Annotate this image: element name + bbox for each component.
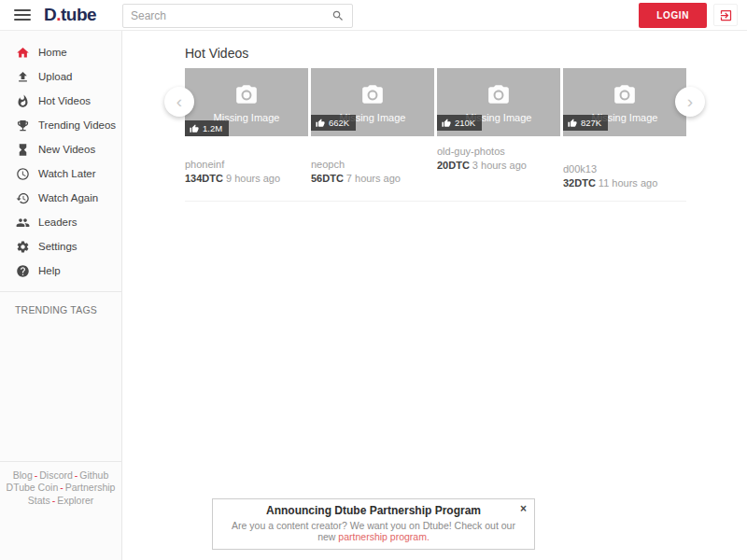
sidebar-item-label: Trending Videos: [38, 119, 116, 131]
clock-icon: [15, 166, 30, 181]
video-meta: d00k13 32DTC11 hours ago: [563, 163, 686, 189]
sidebar-item-label: Hot Videos: [38, 95, 91, 106]
likes-badge: 1.2M: [185, 120, 229, 136]
video-author[interactable]: neopch: [311, 159, 429, 170]
hourglass-icon: [15, 142, 30, 157]
video-thumbnail[interactable]: Missing Image 1.2M: [185, 68, 308, 136]
hamburger-menu-icon[interactable]: [14, 9, 31, 21]
video-card[interactable]: Missing Image 210K old-guy-photos 20DTC3…: [437, 68, 560, 189]
search-icon[interactable]: [331, 9, 345, 22]
footer-link-github[interactable]: Github: [79, 469, 108, 481]
sidebar-item-watch-again[interactable]: Watch Again: [0, 186, 121, 210]
video-card[interactable]: Missing Image 662K neopch 56DTC7 hours a…: [311, 68, 434, 189]
video-age: 11 hours ago: [599, 177, 657, 189]
signin-button[interactable]: [713, 4, 738, 26]
footer-link-partnership[interactable]: Partnership: [65, 482, 116, 493]
section-divider: [185, 201, 686, 202]
people-icon: [15, 215, 30, 230]
likes-count: 210K: [455, 118, 475, 128]
video-author[interactable]: phoneinf: [185, 159, 303, 170]
video-age: 9 hours ago: [226, 173, 280, 184]
trending-tags-heading: TRENDING TAGS: [0, 292, 121, 315]
banner-body: Are you a content creator? We want you o…: [232, 520, 515, 542]
sidebar-item-upload[interactable]: Upload: [0, 64, 121, 89]
camera-icon: [486, 83, 511, 107]
trophy-icon: [15, 118, 30, 133]
footer-separator: -: [52, 495, 56, 506]
fire-icon: [15, 93, 30, 108]
video-thumbnail[interactable]: Missing Image 827K: [563, 68, 686, 136]
footer-link-stats[interactable]: Stats: [28, 495, 50, 506]
search-input[interactable]: [131, 9, 331, 22]
video-meta: neopch 56DTC7 hours ago: [311, 159, 434, 184]
thumb-up-icon: [568, 119, 577, 128]
likes-count: 1.2M: [203, 123, 222, 133]
video-stats: 20DTC3 hours ago: [437, 160, 555, 171]
signin-arrow-icon: [719, 8, 733, 22]
thumb-up-icon: [316, 119, 325, 128]
sidebar-item-label: Upload: [38, 71, 72, 82]
sidebar-item-label: Watch Later: [38, 168, 96, 179]
likes-badge: 210K: [437, 115, 482, 131]
thumb-up-icon: [442, 119, 451, 128]
close-icon[interactable]: ×: [520, 503, 527, 514]
video-stats: 134DTC9 hours ago: [185, 173, 303, 184]
thumb-up-icon: [190, 124, 199, 133]
sidebar-item-leaders[interactable]: Leaders: [0, 210, 121, 234]
sidebar-item-label: Watch Again: [38, 192, 98, 203]
video-thumbnail[interactable]: Missing Image 662K: [311, 68, 434, 136]
camera-icon: [234, 83, 259, 107]
footer-row: Blog-Discord-Github: [0, 469, 121, 483]
likes-count: 662K: [329, 118, 349, 128]
dtube-logo[interactable]: D.tube: [44, 5, 96, 25]
footer-link-explorer[interactable]: Explorer: [57, 495, 93, 506]
video-thumbnail[interactable]: Missing Image 210K: [437, 68, 560, 136]
home-icon: [15, 45, 30, 60]
dtc-amount: 56DTC: [311, 173, 344, 184]
sidebar-item-label: New Videos: [38, 144, 95, 155]
sidebar-footer: Blog-Discord-Github DTube Coin-Partnersh…: [0, 461, 121, 508]
partnership-announcement-banner: Announcing Dtube Partnership Program × A…: [212, 498, 535, 550]
sidebar-item-settings[interactable]: Settings: [0, 234, 121, 259]
sidebar-item-trending-videos[interactable]: Trending Videos: [0, 113, 121, 137]
sidebar-item-hot-videos[interactable]: Hot Videos: [0, 89, 121, 113]
sidebar-item-home[interactable]: Home: [0, 40, 121, 64]
partnership-program-link[interactable]: partnership program.: [338, 531, 429, 542]
sidebar: Home Upload Hot Videos Trending Videos N…: [0, 31, 122, 560]
dtc-amount: 134DTC: [185, 173, 223, 184]
video-card[interactable]: Missing Image 827K d00k13 32DTC11 hours …: [563, 68, 686, 189]
sidebar-item-label: Settings: [38, 241, 78, 252]
video-author[interactable]: d00k13: [563, 163, 681, 175]
footer-link-discord[interactable]: Discord: [39, 469, 73, 481]
logo-tube: tube: [61, 5, 96, 24]
sidebar-item-new-videos[interactable]: New Videos: [0, 137, 121, 161]
footer-link-blog[interactable]: Blog: [13, 469, 33, 481]
gear-icon: [15, 239, 30, 254]
carousel-next-button[interactable]: ›: [675, 87, 705, 117]
upload-icon: [15, 69, 30, 84]
page-title: Hot Videos: [185, 46, 747, 61]
footer-row: Stats-Explorer: [0, 495, 121, 508]
carousel-prev-button[interactable]: ‹: [164, 87, 194, 117]
sidebar-item-label: Home: [38, 47, 67, 58]
sidebar-item-watch-later[interactable]: Watch Later: [0, 161, 121, 186]
video-card[interactable]: Missing Image 1.2M phoneinf 134DTC9 hour…: [185, 68, 308, 189]
banner-title: Announcing Dtube Partnership Program: [232, 504, 515, 517]
sidebar-item-help[interactable]: Help: [0, 259, 121, 283]
footer-link-dtube-coin[interactable]: DTube Coin: [7, 482, 59, 493]
sidebar-nav: Home Upload Hot Videos Trending Videos N…: [0, 31, 121, 283]
hot-videos-carousel: ‹ › Missing Image 1.2M phoneinf 134DTC9 …: [123, 68, 747, 202]
history-icon: [15, 190, 30, 205]
video-author[interactable]: old-guy-photos: [437, 146, 555, 157]
main-content: Hot Videos ‹ › Missing Image 1.2M phonei…: [123, 31, 747, 202]
video-cards-row: Missing Image 1.2M phoneinf 134DTC9 hour…: [185, 68, 686, 189]
top-bar: D.tube LOGIN: [0, 0, 747, 31]
video-age: 7 hours ago: [346, 173, 401, 184]
footer-separator: -: [35, 469, 38, 481]
dtc-amount: 32DTC: [563, 177, 596, 189]
likes-badge: 662K: [311, 115, 356, 131]
likes-count: 827K: [581, 118, 601, 128]
video-stats: 56DTC7 hours ago: [311, 173, 429, 184]
login-button[interactable]: LOGIN: [639, 3, 707, 28]
video-stats: 32DTC11 hours ago: [563, 177, 681, 189]
